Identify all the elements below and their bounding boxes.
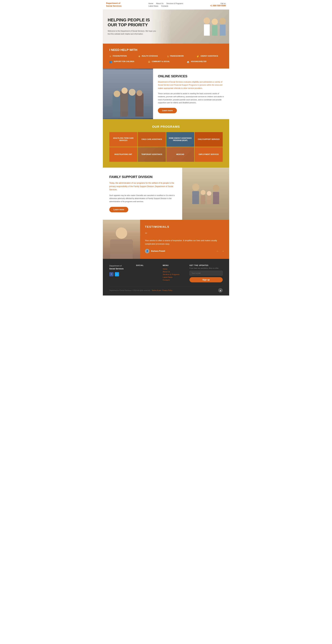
- temporary-label: TEMPORARY ASSISTANCE: [141, 153, 162, 156]
- nav-contacts[interactable]: Contacts: [161, 5, 168, 7]
- heap-label: HOME ENERGY ASSISTANCE PROGRAM (HEAP): [169, 137, 192, 142]
- medicaid-label: MEDICAID: [176, 153, 184, 156]
- footer-menu-title: MENU: [163, 264, 185, 266]
- terms-link[interactable]: Terms of use: [152, 290, 161, 291]
- energy-label: ENERGY ASSISTANCE: [201, 55, 218, 57]
- author-avatar: 👤: [145, 249, 149, 253]
- children-label: SUPPORT FOR CHILDREN: [114, 60, 134, 62]
- program-heap[interactable]: HOME ENERGY ASSISTANCE PROGRAM (HEAP): [166, 132, 194, 147]
- program-employment[interactable]: EMPLOYMENT SERVICES: [195, 147, 223, 162]
- nav-news[interactable]: Latest News: [148, 5, 158, 7]
- health-label: HEALTH COVERAGE: [142, 55, 158, 57]
- food-icon: ✕: [109, 55, 111, 58]
- footer: Department of Social Services f t SOCIAL…: [103, 259, 229, 296]
- testimonial-prev-button[interactable]: ←: [216, 250, 219, 253]
- author-info: 👤 Barbara Powell: [145, 249, 165, 253]
- testimonials-section: TESTIMONIALS " Your service is often a s…: [103, 220, 229, 259]
- footer-updates-subtitle: If you have any questions, drop us a lin…: [190, 267, 223, 269]
- help-children[interactable]: 👥 SUPPORT FOR CHILDREN: [109, 60, 145, 64]
- help-health[interactable]: ✚ HEALTH COVERAGE: [138, 55, 165, 58]
- testimonial-content: TESTIMONIALS " Your service is often a s…: [140, 220, 229, 259]
- person3: [219, 18, 226, 36]
- program-temporary[interactable]: TEMPORARY ASSISTANCE: [138, 147, 166, 162]
- programs-section: OUR PROGRAMS ADULT/LONG TERM CARE SERVIC…: [103, 119, 229, 168]
- help-community[interactable]: 🏛 COMMUNITY & SOCIAL: [148, 60, 184, 64]
- logo-line1: Department of: [106, 2, 120, 4]
- doctor-figure: [204, 18, 226, 36]
- footer-menu-contacts[interactable]: Contacts: [163, 279, 185, 281]
- group-people: [103, 70, 153, 118]
- program-investigations[interactable]: INVESTIGATIONS UNIT: [109, 147, 137, 162]
- footer-social-title: SOCIAL: [136, 264, 158, 266]
- twitter-icon[interactable]: t: [115, 272, 119, 276]
- hero-image-area: [151, 10, 229, 44]
- footer-logo-col: Department of Social Services f t: [109, 264, 131, 282]
- community-label: COMMUNITY & SOCIAL: [152, 60, 170, 62]
- footer-logo: Department of Social Services: [109, 264, 131, 270]
- testimonials-title: TESTIMONIALS: [145, 225, 224, 228]
- footer-social-col: SOCIAL: [136, 264, 158, 282]
- community-icon: 🏛: [148, 60, 150, 63]
- nav-top-row: Home About Us Services & Programs: [148, 2, 183, 4]
- privacy-link[interactable]: Privacy Policy: [162, 290, 172, 291]
- programs-title: OUR PROGRAMS: [109, 125, 223, 128]
- main-nav: Home About Us Services & Programs Latest…: [148, 2, 183, 7]
- fs-content: FAMILY SUPPORT DIVISION Today, the admin…: [103, 168, 182, 220]
- footer-menu-services[interactable]: Services & Programs: [163, 274, 185, 276]
- testimonial-nav: ← →: [216, 250, 224, 253]
- food-label: FOOD/NUTRITION: [113, 55, 127, 57]
- scroll-top-button[interactable]: ▲: [218, 288, 223, 292]
- footer-bottom: Department of Social Services © 2016 All…: [109, 286, 223, 292]
- family-support-section: FAMILY SUPPORT DIVISION Today, the admin…: [103, 168, 229, 220]
- program-childcare[interactable]: CHILD CARE ASSISTANCE: [138, 132, 166, 147]
- os-description: These services are provided to assist in…: [158, 92, 224, 104]
- os-learn-more-button[interactable]: Learn more: [158, 108, 177, 113]
- footer-logo-line1: Department of: [109, 265, 122, 267]
- testimonial-image: [103, 220, 140, 259]
- fs-learn-more-button[interactable]: Learn more: [109, 207, 128, 212]
- help-grid-row2: 👥 SUPPORT FOR CHILDREN 🏛 COMMUNITY & SOC…: [109, 60, 223, 64]
- testimonial-quote: Your service is often a source of inspir…: [145, 239, 224, 246]
- online-services-section: ONLINE SERVICES Department of Social Ser…: [103, 68, 229, 119]
- phone-number: +1 800 559 6580: [210, 4, 226, 7]
- footer-menu-col: MENU Home About Us Services & Programs L…: [163, 264, 185, 282]
- testimonial-next-button[interactable]: →: [221, 250, 224, 253]
- help-food[interactable]: ✕ FOOD/NUTRITION: [109, 55, 136, 58]
- os-image: [103, 68, 153, 119]
- help-grid-row1: ✕ FOOD/NUTRITION ✚ HEALTH COVERAGE $ FIN…: [109, 55, 223, 58]
- help-energy[interactable]: ⚡ ENERGY ASSISTANCE: [196, 55, 223, 58]
- copyright-text: Department of Social Services © 2016 All…: [109, 290, 172, 291]
- nav-about[interactable]: About Us: [156, 2, 163, 4]
- footer-menu-about[interactable]: About Us: [163, 271, 185, 273]
- hero-section: HELPING PEOPLE IS OUR TOP PRIORITY Welco…: [103, 10, 229, 44]
- help-finances[interactable]: $ FINANCES/WORK: [167, 55, 194, 58]
- fs-description: Such appeals may be also made if benefit…: [109, 194, 176, 203]
- email-input[interactable]: [190, 271, 223, 276]
- children-icon: 👥: [109, 60, 112, 64]
- nav-services[interactable]: Services & Programs: [166, 2, 183, 4]
- program-adult[interactable]: ADULT/LONG TERM CARE SERVICES: [109, 132, 137, 147]
- finances-label: FINANCES/WORK: [170, 55, 184, 57]
- housing-label: HOUSING/SHELTER: [191, 60, 206, 62]
- hero-title: HELPING PEOPLE IS OUR TOP PRIORITY: [108, 18, 156, 28]
- person1: [204, 18, 210, 36]
- footer-updates-title: GET THE UPDATES: [190, 264, 223, 266]
- help-title: I NEED HELP WITH: [109, 48, 223, 52]
- help-section: I NEED HELP WITH ✕ FOOD/NUTRITION ✚ HEAL…: [103, 44, 229, 68]
- call-label: Call us:: [210, 2, 226, 4]
- facebook-icon[interactable]: f: [109, 272, 113, 276]
- os-highlight: Department of Social Services evaluates …: [158, 80, 224, 90]
- program-childsupport[interactable]: CHILD SUPPORT SERVICES: [195, 132, 223, 147]
- nav-bottom-row: Latest News Contacts: [148, 5, 183, 7]
- footer-columns: Department of Social Services f t SOCIAL…: [109, 264, 223, 282]
- footer-menu-news[interactable]: Latest News: [163, 276, 185, 278]
- fs-title: FAMILY SUPPORT DIVISION: [109, 175, 176, 179]
- header: Department of Social Services Home About…: [103, 0, 229, 10]
- person2: [212, 19, 218, 36]
- footer-menu-home[interactable]: Home: [163, 268, 185, 270]
- program-medicaid[interactable]: MEDICAID: [166, 147, 194, 162]
- signup-button[interactable]: Sign up: [190, 277, 223, 282]
- logo-line2: Social Services: [106, 5, 121, 7]
- nav-home[interactable]: Home: [148, 2, 153, 4]
- help-housing[interactable]: 🏠 HOUSING/SHELTER: [187, 60, 223, 64]
